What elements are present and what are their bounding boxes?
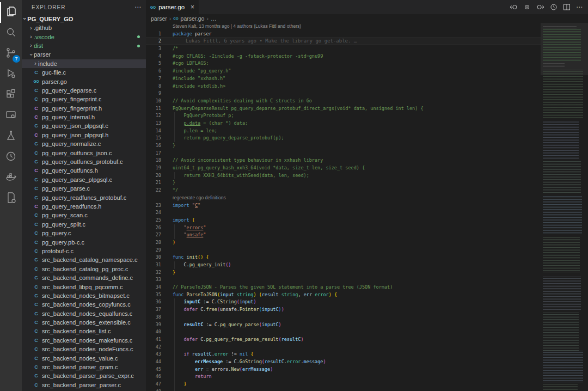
code-line-16[interactable]: 16}	[146, 142, 541, 150]
code-line-10[interactable]: 10// Avoid complexities dealing with C s…	[146, 97, 541, 105]
code-line-14[interactable]: 14 p.len = len;	[146, 127, 541, 135]
tree-item-src_backend_nodes_copyfuncs.c[interactable]: Csrc_backend_nodes_copyfuncs.c	[22, 300, 146, 309]
tree-item-src_backend_nodes_nodeFuncs.c[interactable]: Csrc_backend_nodes_nodeFuncs.c	[22, 345, 146, 353]
tree-item-parser[interactable]: ›parser	[22, 50, 146, 59]
code-line-33[interactable]: 33	[146, 276, 541, 284]
tree-item-src_backend_catalog_pg_proc.c[interactable]: Csrc_backend_catalog_pg_proc.c	[22, 265, 146, 273]
code-line-3[interactable]: 3/*	[146, 45, 541, 53]
tree-item-pg_query_readfuncs.h[interactable]: Cpg_query_readfuncs.h	[22, 202, 146, 211]
tree-item-guc-file.c[interactable]: Cguc-file.c	[22, 68, 146, 77]
tree-item-parser.go[interactable]: GOparser.go	[22, 77, 146, 85]
tree-item-pg_query_deparse.c[interactable]: Cpg_query_deparse.c	[22, 86, 146, 95]
code-line-24[interactable]: 24	[146, 209, 541, 217]
explorer-more-actions-button[interactable]: ⋯	[134, 3, 142, 11]
explorer-view-button[interactable]	[0, 2, 22, 23]
code-line-1[interactable]: 1package parser	[146, 30, 541, 38]
tree-item-pg_query_normalize.c[interactable]: Cpg_query_normalize.c	[22, 139, 146, 148]
code-line-26[interactable]: 26 "errors"	[146, 224, 541, 232]
code-line-13[interactable]: 13 p.data = (char *) data;	[146, 120, 541, 127]
gitlens-open-changes-icon[interactable]	[510, 3, 518, 11]
tree-item-pg_query.pb-c.c[interactable]: Cpg_query.pb-c.c	[22, 237, 146, 246]
code-line-46[interactable]: 46 return	[146, 373, 541, 381]
tree-item-src_backend_nodes_equalfuncs.c[interactable]: Csrc_backend_nodes_equalfuncs.c	[22, 309, 146, 318]
testing-view-button[interactable]	[0, 126, 22, 147]
code-line-22[interactable]: 22*/	[146, 187, 541, 194]
gitlens-prev-revision-icon[interactable]	[523, 3, 531, 11]
tree-item-.github[interactable]: ›.github	[22, 23, 146, 32]
tree-item-pg_query_parse.c[interactable]: Cpg_query_parse.c	[22, 184, 146, 193]
tree-item-src_backend_libpq_pqcomm.c[interactable]: Csrc_backend_libpq_pqcomm.c	[22, 282, 146, 291]
code-line-15[interactable]: 15 return pg_query_deparse_protobuf(p);	[146, 135, 541, 142]
file-settings-view-button[interactable]	[0, 188, 22, 209]
code-line-34[interactable]: 34// ParseToJSON - Parses the given SQL …	[146, 284, 541, 291]
more-actions-icon[interactable]: ⋯	[576, 3, 583, 11]
code-line-30[interactable]: 30func init() {	[146, 254, 541, 261]
code-line-8[interactable]: 8#include <stdlib.h>	[146, 83, 541, 90]
code-line-23[interactable]: 23import "C"	[146, 202, 541, 210]
tab-parser-go[interactable]: GO parser.go ×	[146, 0, 199, 14]
workspace-root-folder[interactable]: › PG_QUERY_GO	[22, 14, 146, 23]
code-line-25[interactable]: 25import (	[146, 217, 541, 224]
gitlens-next-revision-icon[interactable]	[536, 3, 544, 11]
code-line-19[interactable]: 19uint64_t pg_query_hash_xxh3_64(void *d…	[146, 164, 541, 172]
code-line-37[interactable]: 37 defer C.free(unsafe.Pointer(inputC))	[146, 306, 541, 314]
code-line-5[interactable]: 5#cgo LDFLAGS:	[146, 60, 541, 68]
tree-item-src_backend_parser_parse_expr.c[interactable]: Csrc_backend_parser_parse_expr.c	[22, 371, 146, 380]
code-line-48[interactable]: 48	[146, 388, 541, 391]
code-line-41[interactable]: 41 defer C.pg_query_free_parse_result(re…	[146, 336, 541, 344]
code-line-9[interactable]: 9	[146, 90, 541, 97]
code-line-39[interactable]: 39 resultC := C.pg_query_parse(inputC)	[146, 321, 541, 329]
tree-item-src_backend_nodes_bitmapset.c[interactable]: Csrc_backend_nodes_bitmapset.c	[22, 291, 146, 300]
code-line-29[interactable]: 29	[146, 247, 541, 254]
tree-item-protobuf-c.c[interactable]: Cprotobuf-c.c	[22, 247, 146, 255]
code-line-38[interactable]: 38	[146, 314, 541, 321]
code-line-12[interactable]: 12 PgQueryProtobuf p;	[146, 112, 541, 120]
tree-item-pg_query_readfuncs_protobuf.c[interactable]: Cpg_query_readfuncs_protobuf.c	[22, 193, 146, 201]
remote-explorer-view-button[interactable]	[0, 106, 22, 126]
tree-item-pg_query_outfuncs_protobuf.c[interactable]: Cpg_query_outfuncs_protobuf.c	[22, 157, 146, 166]
codelens[interactable]: Steven Kalt, 13 months ago | 4 authors (…	[146, 23, 541, 30]
code-line-42[interactable]: 42	[146, 344, 541, 351]
code-line-28[interactable]: 28)	[146, 239, 541, 247]
run-debug-view-button[interactable]	[0, 64, 22, 85]
tree-item-pg_query_parse_plpgsql.c[interactable]: Cpg_query_parse_plpgsql.c	[22, 175, 146, 184]
code-line-6[interactable]: 6#include "pg_query.h"	[146, 68, 541, 75]
tree-item-dist[interactable]: ›dist	[22, 41, 146, 50]
split-editor-icon[interactable]	[563, 3, 571, 11]
gitlens-view-button[interactable]	[0, 147, 22, 168]
minimap[interactable]	[541, 23, 588, 391]
extensions-view-button[interactable]	[0, 85, 22, 106]
tree-item-src_backend_nodes_list.c[interactable]: Csrc_backend_nodes_list.c	[22, 327, 146, 335]
code-line-2[interactable]: 2Lukas Fittl, 6 years ago • Make the lib…	[146, 38, 541, 45]
tree-item-pg_query_json_plpgsql.h[interactable]: Cpg_query_json_plpgsql.h	[22, 131, 146, 139]
close-tab-icon[interactable]: ×	[191, 3, 194, 11]
code-line-27[interactable]: 27 "unsafe"	[146, 231, 541, 239]
tree-item-pg_query_scan.c[interactable]: Cpg_query_scan.c	[22, 211, 146, 219]
docker-view-button[interactable]	[0, 168, 22, 188]
code-line-47[interactable]: 47 }	[146, 381, 541, 388]
code-line-11[interactable]: 11PgQueryDeparseResult pg_query_deparse_…	[146, 105, 541, 113]
code-line-20[interactable]: 20 return XXH3_64bits_withSeed(data, len…	[146, 172, 541, 180]
code-line-32[interactable]: 32}	[146, 269, 541, 277]
code-line-4[interactable]: 4#cgo CFLAGS: -Iinclude -g -fstack-prote…	[146, 53, 541, 60]
breadcrumb-symbol[interactable]: …	[211, 15, 217, 22]
tree-item-pg_query_fingerprint.h[interactable]: Cpg_query_fingerprint.h	[22, 104, 146, 113]
code-line-7[interactable]: 7#include "xxhash.h"	[146, 75, 541, 83]
code-line-21[interactable]: 21}	[146, 179, 541, 187]
tree-item-pg_query_json_plpgsql.c[interactable]: Cpg_query_json_plpgsql.c	[22, 121, 146, 130]
tree-item-pg_query_outfuncs_json.c[interactable]: Cpg_query_outfuncs_json.c	[22, 148, 146, 157]
tree-item-.vscode[interactable]: ›.vscode	[22, 32, 146, 41]
tree-item-src_backend_nodes_value.c[interactable]: Csrc_backend_nodes_value.c	[22, 353, 146, 362]
code-line-36[interactable]: 36 inputC := C.CString(input)	[146, 298, 541, 306]
tree-item-pg_query.c[interactable]: Cpg_query.c	[22, 229, 146, 237]
code-line-43[interactable]: 43 if resultC.error != nil {	[146, 351, 541, 358]
tree-item-pg_query_fingerprint.c[interactable]: Cpg_query_fingerprint.c	[22, 95, 146, 103]
source-control-view-button[interactable]: 7	[0, 44, 22, 64]
code-line-31[interactable]: 31 C.pg_query_init()	[146, 261, 541, 269]
gitlens-graph-icon[interactable]	[550, 3, 558, 11]
breadcrumb-folder[interactable]: parser	[151, 15, 167, 22]
tree-item-src_backend_parser_gram.c[interactable]: Csrc_backend_parser_gram.c	[22, 363, 146, 371]
breadcrumb-file[interactable]: parser.go	[181, 15, 205, 22]
tree-item-src_backend_catalog_namespace.c[interactable]: Csrc_backend_catalog_namespace.c	[22, 255, 146, 264]
codelens[interactable]: regenerate cgo definitions	[146, 194, 541, 202]
